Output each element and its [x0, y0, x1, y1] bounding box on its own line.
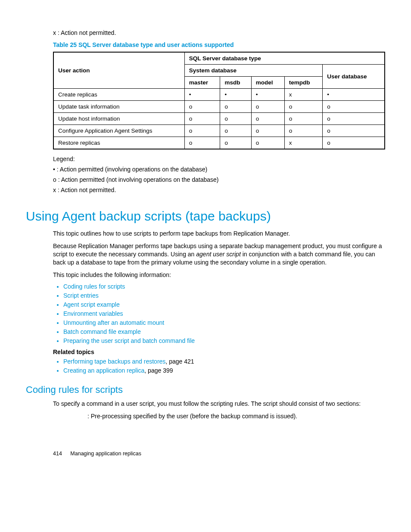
list-item: Preparing the user script and batch comm… — [63, 337, 385, 344]
page-ref: , page 421 — [165, 358, 194, 365]
page-footer: 414 Managing application replicas — [53, 451, 385, 457]
section-body: This topic outlines how to use scripts t… — [53, 230, 385, 374]
cell: o — [284, 101, 322, 113]
page-number: 414 — [53, 451, 62, 457]
col-master: master — [184, 77, 220, 89]
row-label: Update task information — [53, 101, 184, 113]
list-item: Environment variables — [63, 310, 385, 317]
cell: o — [220, 137, 251, 149]
topic-link[interactable]: Preparing the user script and batch comm… — [63, 337, 195, 344]
italic-term: agent user script — [196, 251, 241, 258]
col-msdb: msdb — [220, 77, 251, 89]
list-item: Script entries — [63, 292, 385, 299]
footer-title: Managing application replicas — [70, 451, 141, 457]
cell: o — [251, 137, 284, 149]
cell: o — [184, 113, 220, 125]
subsection-body: To specify a command in a user script, y… — [53, 400, 385, 420]
cell: o — [323, 113, 385, 125]
cell: o — [251, 125, 284, 137]
cell: o — [284, 125, 322, 137]
row-label: Create replicas — [53, 89, 184, 101]
list-item: Batch command file example — [63, 328, 385, 335]
cell: x — [284, 137, 322, 149]
list-item: Coding rules for scripts — [63, 283, 385, 290]
table-row: Update host information o o o o o — [53, 113, 385, 125]
paragraph: To specify a command in a user script, y… — [53, 400, 385, 408]
col-user-action: User action — [53, 52, 184, 89]
topic-link[interactable]: Environment variables — [63, 310, 123, 317]
legend-title: Legend: — [53, 156, 385, 162]
topic-link[interactable]: Script entries — [63, 292, 99, 299]
cell: o — [323, 125, 385, 137]
col-tempdb: tempdb — [284, 77, 322, 89]
table-row: Restore replicas o o o x o — [53, 137, 385, 149]
legend-item: o : Action permitted (not involving oper… — [53, 176, 385, 183]
related-link[interactable]: Performing tape backups and restores — [63, 358, 165, 365]
document-page: x : Action not permitted. Table 25 SQL S… — [0, 0, 411, 474]
table-row: Create replicas • • • x • — [53, 89, 385, 101]
related-link[interactable]: Creating an application replica — [63, 367, 144, 374]
sql-actions-table: User action SQL Server database type Sys… — [53, 52, 385, 149]
cell: o — [251, 113, 284, 125]
cell: o — [220, 125, 251, 137]
topic-link[interactable]: Unmounting after an automatic mount — [63, 319, 164, 326]
legend-item: x : Action not permitted. — [53, 187, 385, 193]
col-model: model — [251, 77, 284, 89]
cell: • — [184, 89, 220, 101]
cell: • — [323, 89, 385, 101]
page-ref: , page 399 — [144, 367, 173, 374]
paragraph: Because Replication Manager performs tap… — [53, 242, 385, 267]
cell: o — [184, 101, 220, 113]
cell: o — [284, 113, 322, 125]
list-item: Unmounting after an automatic mount — [63, 319, 385, 326]
topic-link[interactable]: Agent script example — [63, 301, 120, 308]
cell: o — [220, 101, 251, 113]
action-not-permitted-note: x : Action not permitted. — [53, 29, 385, 36]
cell: o — [251, 101, 284, 113]
legend-item: • : Action permitted (involving operatio… — [53, 166, 385, 173]
table-row: Update task information o o o o o — [53, 101, 385, 113]
cell: • — [251, 89, 284, 101]
related-link-list: Performing tape backups and restores, pa… — [53, 358, 385, 374]
topic-link-list: Coding rules for scripts Script entries … — [53, 283, 385, 344]
topic-link[interactable]: Batch command file example — [63, 328, 141, 335]
cell: o — [220, 113, 251, 125]
col-system-db: System database — [184, 65, 323, 77]
list-item: Agent script example — [63, 301, 385, 308]
cell: o — [184, 125, 220, 137]
section-heading: Using Agent backup scripts (tape backups… — [26, 209, 385, 224]
col-sql-type: SQL Server database type — [184, 52, 385, 65]
col-user-db: User database — [323, 65, 385, 89]
cell: o — [184, 137, 220, 149]
list-item: Creating an application replica, page 39… — [63, 367, 385, 374]
related-topics-heading: Related topics — [53, 348, 385, 355]
subsection-heading: Coding rules for scripts — [26, 384, 385, 395]
cell: x — [284, 89, 322, 101]
row-label: Configure Application Agent Settings — [53, 125, 184, 137]
pre-section-description: : Pre-processing specified by the user (… — [87, 412, 385, 420]
row-label: Update host information — [53, 113, 184, 125]
list-item: Performing tape backups and restores, pa… — [63, 358, 385, 365]
topic-link[interactable]: Coding rules for scripts — [63, 283, 125, 290]
paragraph: This topic includes the following inform… — [53, 271, 385, 279]
cell: o — [323, 137, 385, 149]
top-note-block: x : Action not permitted. Table 25 SQL S… — [53, 29, 385, 193]
table-caption: Table 25 SQL Server database type and us… — [53, 41, 385, 48]
cell: o — [323, 101, 385, 113]
table-row: Configure Application Agent Settings o o… — [53, 125, 385, 137]
row-label: Restore replicas — [53, 137, 184, 149]
cell: • — [220, 89, 251, 101]
intro-paragraph: This topic outlines how to use scripts t… — [53, 230, 385, 238]
